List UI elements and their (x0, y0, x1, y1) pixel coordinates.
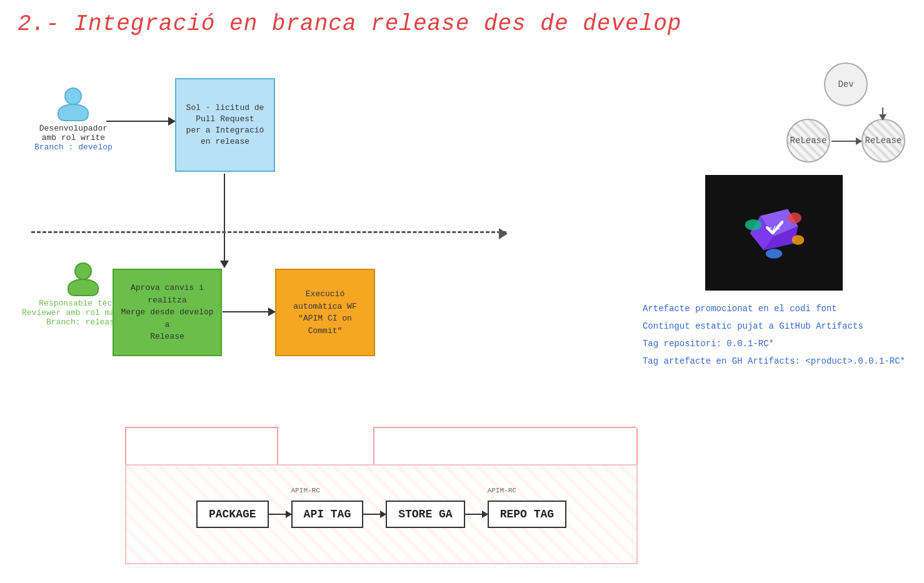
connector-right-exec (373, 427, 374, 464)
wf-arrow-1 (269, 514, 291, 515)
responsible-branch: Branch: release (46, 317, 119, 327)
merge-box: Aprova canvis i realitzaMerge desde deve… (113, 269, 222, 356)
wf-step-repotag: REPO TAG (488, 501, 566, 528)
connector-horiz-left (125, 427, 278, 428)
info-line2: Contingut estatic pujat a GitHub Artifac… (643, 317, 905, 335)
developer-branch: Branch : develop (34, 142, 113, 152)
workflow-container: PACKAGE APIM-RC API TAG STORE GA APIM-RC (125, 464, 638, 564)
git-arrow-right (831, 141, 861, 142)
git-branch-release-left: ReLease (786, 119, 830, 162)
execution-box: Execucióautomàtica WF"APIM CI onCommit" (275, 269, 375, 356)
info-section: Artefacte promocionat en el codi font Co… (643, 300, 905, 370)
azure-devops-icon: </> (740, 199, 808, 267)
git-branch-release-right: ReLease (861, 119, 905, 162)
arrow-dev-to-pr (106, 121, 175, 122)
info-line4: Tag artefacte en GH Artifacts: <product>… (643, 352, 905, 370)
developer-label: Desenvolupador (39, 124, 108, 133)
connector-left-vert (125, 428, 126, 464)
wf-step-storega: STORE GA (386, 501, 465, 528)
developer-section: Desenvolupador amb rol write Branch : de… (34, 87, 113, 152)
svg-point-4 (788, 212, 801, 224)
info-line1: Artefacte promocionat en el codi font (643, 300, 905, 317)
svg-point-5 (792, 235, 805, 244)
svg-text:</>: </> (768, 224, 780, 232)
wf-step-package: PACKAGE (196, 501, 269, 528)
wf-arrow-2 (363, 514, 386, 515)
connector-left-exec (277, 427, 278, 464)
dashed-arrow (31, 231, 506, 233)
apim-label-right: APIM-RC (488, 487, 516, 494)
developer-role: amb rol write (42, 133, 105, 142)
info-line3: Tag repositori: 0.0.1-RC* (643, 335, 905, 352)
developer-icon (56, 87, 90, 121)
azure-devops-box: </> (705, 175, 843, 291)
page: 2.- Integració en branca release des de … (0, 0, 924, 583)
pullrequest-box: Sol · licitud dePull Requestper a Integr… (175, 78, 275, 172)
wf-step-apitag: API TAG (291, 501, 364, 528)
responsible-icon (66, 262, 100, 296)
svg-point-6 (766, 249, 782, 258)
merge-text: Aprova canvis i realitzaMerge desde deve… (119, 282, 216, 343)
execution-text: Execucióautomàtica WF"APIM CI onCommit" (293, 288, 356, 337)
pullrequest-text: Sol · licitud dePull Requestper a Integr… (186, 102, 264, 148)
page-title: 2.- Integració en branca release des de … (18, 11, 681, 37)
apim-label-left: APIM-RC (291, 487, 320, 494)
git-branch-dev: Dev (824, 62, 868, 106)
workflow-steps-row: PACKAGE APIM-RC API TAG STORE GA APIM-RC (196, 501, 566, 528)
arrow-pr-to-merge (224, 174, 225, 267)
svg-point-3 (745, 219, 761, 231)
connector-right-vert (636, 428, 638, 464)
wf-arrow-3 (465, 514, 488, 515)
git-arrow-down (882, 107, 883, 120)
arrow-merge-to-exec (223, 311, 275, 312)
connector-horiz-right (374, 427, 636, 428)
